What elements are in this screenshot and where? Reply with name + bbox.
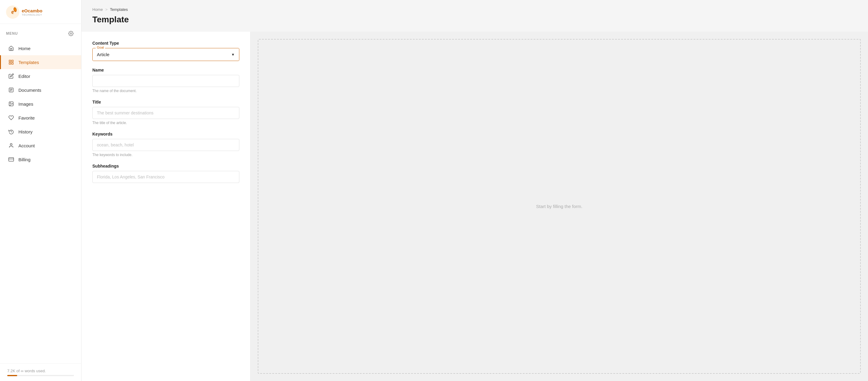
sidebar: e eOcambo TECHNOLOGY MENU [0,0,82,381]
sidebar-item-favorite[interactable]: Favorite [0,111,81,125]
breadcrumb-separator: > [105,7,108,12]
main-content: Home > Templates Template Content Type G… [82,0,868,381]
svg-point-15 [10,143,12,145]
sidebar-item-billing[interactable]: Billing [0,152,81,166]
preview-box: Start by filling the form. [258,39,861,374]
content-type-select[interactable]: Article Blog Post Social Media Email Pro… [93,48,239,61]
documents-icon [8,87,14,93]
keywords-hint: The keywords to include. [92,153,239,157]
words-used-bar [7,375,74,376]
name-label: Name [92,68,239,72]
svg-rect-5 [9,60,10,62]
logo-area: e eOcambo TECHNOLOGY [0,0,81,24]
sidebar-item-editor-label: Editor [19,74,30,79]
subheadings-input[interactable] [92,171,239,183]
svg-rect-7 [9,63,10,64]
billing-icon [8,156,14,163]
logo-icon: e [6,5,19,19]
sidebar-item-templates[interactable]: Templates [0,55,81,69]
keywords-section: Keywords The keywords to include. [92,131,239,157]
content-type-label: Content Type [92,41,239,46]
title-input[interactable] [92,107,239,119]
sidebar-item-templates-label: Templates [19,60,39,65]
svg-rect-6 [12,60,13,62]
sidebar-item-account-label: Account [19,143,35,148]
preview-pane: Start by filling the form. [250,32,868,381]
sidebar-item-home-label: Home [19,46,30,51]
content-type-section: Content Type Goal Article Blog Post Soci… [92,41,239,61]
goal-float-label: Goal [96,46,105,49]
sidebar-item-billing-label: Billing [19,157,30,162]
logo-text: eOcambo [22,8,42,13]
templates-icon [8,59,14,65]
sidebar-item-documents[interactable]: Documents [0,83,81,97]
account-icon [8,143,14,149]
sidebar-item-home[interactable]: Home [0,41,81,55]
svg-point-14 [10,102,10,103]
name-section: Name The name of the document. [92,68,239,93]
breadcrumb: Home > Templates [82,0,868,12]
preview-placeholder: Start by filling the form. [536,204,582,209]
content-area: Content Type Goal Article Blog Post Soci… [82,32,868,381]
name-input[interactable] [92,75,239,87]
svg-rect-16 [9,157,14,161]
content-type-select-wrapper: Goal Article Blog Post Social Media Emai… [92,48,239,61]
favorite-icon [8,115,14,121]
breadcrumb-home[interactable]: Home [92,7,103,12]
name-hint: The name of the document. [92,89,239,93]
sidebar-item-history-label: History [19,129,33,134]
menu-settings-button[interactable] [67,29,75,38]
sidebar-item-account[interactable]: Account [0,139,81,152]
page-title: Template [82,12,868,32]
title-section: Title The title of the article. [92,99,239,125]
svg-point-4 [70,33,72,34]
sidebar-item-favorite-label: Favorite [19,115,35,120]
words-used-label: 7.2K of ∞ words used. [7,369,46,373]
menu-label: MENU [6,31,18,36]
settings-icon [68,31,74,36]
nav-list: Home Templates Editor [0,40,81,363]
subheadings-section: Subheadings [92,164,239,183]
home-icon [8,45,14,51]
sidebar-item-editor[interactable]: Editor [0,69,81,83]
subheadings-label: Subheadings [92,164,239,169]
sidebar-item-images[interactable]: Images [0,97,81,111]
sidebar-item-images-label: Images [19,101,33,107]
sidebar-item-documents-label: Documents [19,88,41,93]
sidebar-footer: 7.2K of ∞ words used. [0,363,81,381]
title-hint: The title of the article. [92,121,239,125]
keywords-input[interactable] [92,139,239,151]
editor-icon [8,73,14,79]
menu-header: MENU [0,24,81,40]
sidebar-item-history[interactable]: History [0,125,81,139]
form-pane: Content Type Goal Article Blog Post Soci… [82,32,250,381]
words-used-fill [7,375,17,376]
breadcrumb-current: Templates [110,7,128,12]
keywords-label: Keywords [92,131,239,137]
title-label: Title [92,99,239,105]
images-icon [8,101,14,107]
svg-rect-8 [12,63,13,64]
history-icon [8,128,14,135]
logo-sub: TECHNOLOGY [22,13,42,16]
